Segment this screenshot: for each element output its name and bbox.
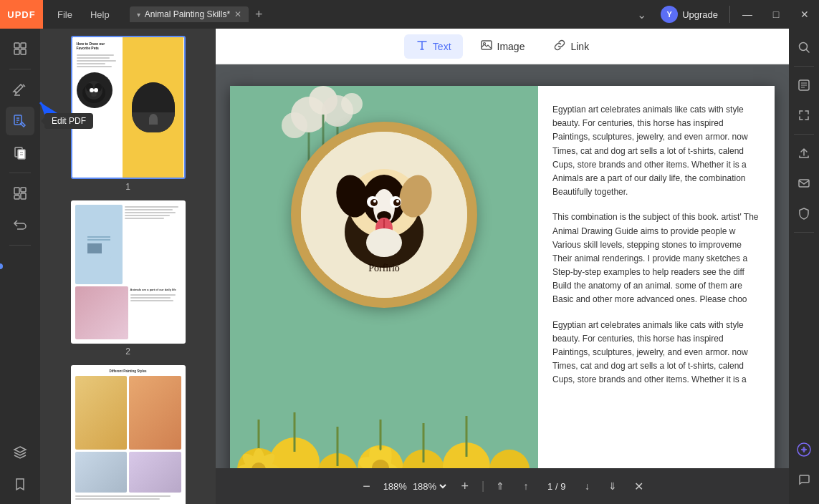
- paragraph-2: This combination is the subject of this …: [552, 210, 760, 306]
- bottom-toolbar: − 188% 188% 100% 150% 200% + | ⇑ ↑ 1 / 9…: [216, 468, 789, 504]
- dog-embroidery-image: Porfirio: [230, 86, 538, 468]
- svg-rect-14: [21, 188, 26, 192]
- tab-dropdown-icon[interactable]: ▾: [137, 11, 140, 19]
- image-tool-button[interactable]: Image: [469, 34, 537, 59]
- right-sep-2: [794, 134, 814, 135]
- right-icons-bottom: [791, 437, 817, 498]
- svg-rect-13: [14, 188, 19, 194]
- svg-point-63: [489, 450, 530, 468]
- share-icon[interactable]: [791, 140, 817, 166]
- text-tool-button[interactable]: Text: [404, 34, 463, 59]
- window-controls: — □ ✕: [733, 0, 819, 29]
- active-tab[interactable]: ▾ Animal Painting Skills* ✕: [130, 6, 249, 22]
- svg-rect-29: [482, 41, 492, 49]
- link-btn-label: Link: [570, 41, 589, 52]
- upgrade-button[interactable]: Y Upgrade: [652, 3, 727, 26]
- chat-icon[interactable]: [791, 467, 817, 493]
- nav-next-button[interactable]: ↓: [577, 476, 597, 496]
- protect-icon[interactable]: [791, 200, 817, 226]
- thumb-frame-2[interactable]: Animals are a part of our daily life: [71, 200, 186, 344]
- sidebar-icon-layers[interactable]: [6, 438, 34, 467]
- thumbnail-panel: How to Draw our Favorite Pets: [40, 29, 216, 504]
- sidebar-sep-3: [9, 245, 31, 246]
- sidebar-icon-pages[interactable]: [6, 138, 34, 167]
- thumb-item-1[interactable]: How to Draw our Favorite Pets: [47, 36, 209, 192]
- titlebar-menu: File Help: [43, 6, 124, 23]
- compress-icon[interactable]: [791, 102, 817, 128]
- thumb-item-3[interactable]: Different Painting Styles 3: [47, 365, 209, 504]
- zoom-out-button[interactable]: −: [356, 475, 378, 497]
- svg-rect-28: [87, 243, 102, 253]
- close-button[interactable]: ✕: [790, 0, 819, 29]
- sidebar-sep-2: [9, 173, 31, 173]
- toolbar-separator: |: [482, 480, 484, 493]
- svg-point-24: [91, 92, 97, 97]
- sidebar-icon-organize[interactable]: [6, 179, 34, 208]
- maximize-button[interactable]: □: [762, 0, 790, 29]
- document-page: Porfirio: [230, 86, 775, 468]
- thumb-frame-3[interactable]: Different Painting Styles: [71, 365, 186, 504]
- thumb-frame-1[interactable]: How to Draw our Favorite Pets: [71, 36, 186, 179]
- image-btn-label: Image: [497, 41, 525, 52]
- svg-text:Porfirio: Porfirio: [368, 263, 400, 273]
- close-toolbar-button[interactable]: ✕: [628, 476, 648, 496]
- edit-toolbar: Text Image: [216, 29, 789, 64]
- svg-rect-27: [87, 239, 110, 241]
- zoom-dropdown[interactable]: 188% 100% 150% 200%: [410, 480, 449, 493]
- svg-rect-3: [21, 49, 26, 54]
- right-sidebar: [789, 29, 819, 504]
- svg-point-35: [341, 93, 363, 115]
- svg-point-79: [800, 43, 808, 51]
- svg-rect-26: [87, 236, 110, 238]
- sidebar-icon-edit[interactable]: Edit PDF: [6, 107, 34, 135]
- svg-point-22: [90, 88, 94, 92]
- thumb-number-1: 1: [125, 182, 130, 192]
- sidebar-icon-highlight[interactable]: [6, 75, 34, 104]
- tab-area: ▾ Animal Painting Skills* ✕ +: [124, 6, 383, 22]
- svg-rect-16: [21, 193, 26, 199]
- thumb-item-2[interactable]: Animals are a part of our daily life 2: [47, 200, 209, 357]
- paragraph-3: Egyptian art celebrates animals like cat…: [552, 319, 760, 387]
- svg-rect-0: [14, 43, 19, 48]
- thumb3-title: Different Painting Styles: [75, 369, 181, 373]
- text-block-3: Egyptian art celebrates animals like cat…: [552, 319, 760, 387]
- menu-help[interactable]: Help: [83, 6, 117, 23]
- image-icon: [480, 39, 493, 54]
- zoom-in-button[interactable]: +: [454, 475, 476, 497]
- zoom-display: 188% 188% 100% 150% 200%: [383, 480, 449, 493]
- tab-close-icon[interactable]: ✕: [234, 9, 241, 19]
- ai-icon[interactable]: [791, 437, 817, 462]
- right-sep-3: [794, 232, 814, 233]
- mail-icon[interactable]: [791, 170, 817, 196]
- sidebar-icon-bookmark[interactable]: [6, 470, 34, 498]
- minimize-button[interactable]: —: [733, 0, 762, 29]
- svg-point-84: [802, 447, 806, 452]
- svg-point-55: [366, 228, 402, 257]
- sidebar-icon-convert[interactable]: [6, 210, 34, 239]
- menu-file[interactable]: File: [50, 6, 80, 23]
- nav-first-button[interactable]: ⇑: [490, 476, 510, 496]
- paragraph-1: Egyptian art celebrates animals like cat…: [552, 103, 760, 199]
- search-icon[interactable]: [791, 34, 817, 60]
- doc-page-left: Porfirio: [230, 86, 538, 468]
- page-sep: /: [555, 481, 558, 492]
- svg-rect-15: [14, 195, 19, 199]
- link-tool-button[interactable]: Link: [542, 34, 600, 59]
- text-block-2: This combination is the subject of this …: [552, 210, 760, 306]
- user-avatar: Y: [661, 6, 678, 23]
- document-canvas[interactable]: Porfirio: [216, 64, 789, 468]
- nav-prev-button[interactable]: ↑: [516, 476, 536, 496]
- thumb-number-2: 2: [125, 346, 130, 357]
- nav-last-button[interactable]: ⇓: [603, 476, 623, 496]
- more-tabs-button[interactable]: ⌄: [631, 8, 652, 21]
- svg-rect-82: [799, 180, 809, 187]
- sidebar-icon-view[interactable]: [6, 34, 34, 63]
- text-block-1: Egyptian art celebrates animals like cat…: [552, 103, 760, 199]
- total-pages: 9: [560, 481, 565, 492]
- new-tab-button[interactable]: +: [252, 7, 267, 22]
- active-indicator: [0, 263, 3, 269]
- ocr-icon[interactable]: [791, 72, 817, 98]
- page-indicator: 1 / 9: [542, 481, 571, 492]
- text-btn-label: Text: [433, 41, 451, 52]
- svg-point-50: [373, 200, 376, 203]
